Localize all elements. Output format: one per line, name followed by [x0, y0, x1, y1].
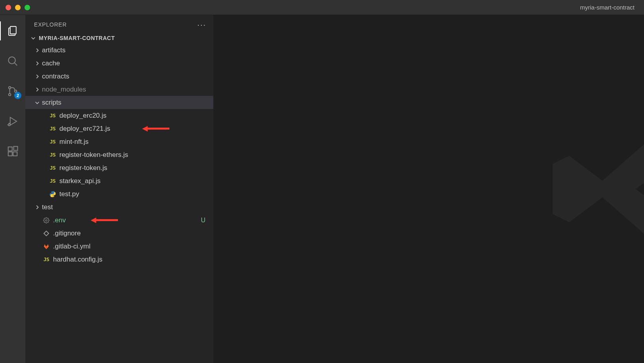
folder-node_modules[interactable]: node_modules [25, 83, 213, 96]
file-label: .gitlab-ci.yml [53, 243, 209, 250]
activity-run-debug[interactable] [0, 111, 25, 132]
scm-badge: 2 [14, 92, 21, 99]
svg-rect-11 [8, 147, 12, 151]
window-title: myria-smart-contract [580, 4, 635, 11]
chevron-right-icon [34, 73, 40, 80]
git-icon [42, 229, 51, 238]
file-label: starkex_api.js [59, 178, 209, 184]
js-file-icon: JS [48, 111, 57, 120]
js-file-icon: JS [48, 177, 57, 185]
extensions-icon [7, 145, 19, 157]
activity-search[interactable] [0, 51, 25, 71]
file-register-token-ethers.js[interactable]: JSregister-token-ethers.js [25, 148, 213, 161]
sidebar-header: Explorer ··· [25, 15, 213, 32]
file-label: hardhat.config.js [53, 256, 209, 263]
js-file-icon: JS [48, 124, 57, 133]
file-label: deploy_erc20.js [59, 112, 209, 119]
gitlab-icon [42, 242, 51, 251]
svg-rect-13 [13, 152, 17, 156]
file-register-token.js[interactable]: JSregister-token.js [25, 161, 213, 174]
file-test.py[interactable]: test.py [25, 187, 213, 201]
file-label: cache [42, 60, 209, 67]
minimize-window-button[interactable] [15, 5, 21, 10]
activity-extensions[interactable] [0, 141, 25, 162]
project-name: MYRIA-SMART-CONTRACT [39, 35, 115, 41]
file-label: test.py [59, 191, 209, 197]
file-deploy_erc20.js[interactable]: JSdeploy_erc20.js [25, 109, 213, 122]
file-label: mint-nft.js [59, 138, 209, 145]
chevron-down-icon [34, 99, 40, 106]
svg-point-7 [8, 124, 10, 126]
git-status-badge: U [201, 217, 209, 224]
folder-contracts[interactable]: contracts [25, 70, 213, 83]
file-deploy_erc721.js[interactable]: JSdeploy_erc721.js [25, 122, 213, 135]
file-label: artifacts [42, 47, 209, 53]
file-label: .gitignore [53, 230, 209, 237]
sidebar-title: Explorer [34, 21, 67, 28]
editor-area [213, 15, 644, 363]
python-file-icon [48, 190, 57, 199]
js-file-icon: JS [42, 255, 51, 264]
folder-test[interactable]: test [25, 201, 213, 214]
chevron-right-icon [34, 60, 40, 67]
project-header[interactable]: MYRIA-SMART-CONTRACT [25, 32, 213, 44]
title-bar: myria-smart-contract [0, 0, 644, 15]
svg-rect-12 [8, 152, 12, 156]
file-label: scripts [42, 99, 209, 106]
file-hardhat.config.js[interactable]: JShardhat.config.js [25, 253, 213, 266]
js-file-icon: JS [48, 151, 57, 159]
explorer-sidebar: Explorer ··· MYRIA-SMART-CONTRACT artifa… [25, 15, 213, 363]
file-label: test [42, 204, 209, 210]
chevron-down-icon [30, 35, 36, 41]
folder-scripts[interactable]: scripts [25, 96, 213, 109]
chevron-right-icon [34, 86, 40, 93]
file-label: deploy_erc721.js [59, 125, 209, 132]
file-label: register-token-ethers.js [59, 151, 209, 158]
svg-line-2 [14, 63, 17, 65]
file-.gitignore[interactable]: .gitignore [25, 227, 213, 240]
activity-source-control[interactable]: 2 [0, 81, 25, 101]
traffic-lights [0, 5, 30, 10]
gear-icon [42, 216, 51, 225]
svg-point-15 [46, 220, 47, 221]
folder-artifacts[interactable]: artifacts [25, 44, 213, 57]
js-file-icon: JS [48, 138, 57, 146]
file-.env[interactable]: .envU [25, 214, 213, 227]
activity-explorer[interactable] [0, 21, 25, 41]
svg-point-4 [9, 94, 11, 96]
file-label: contracts [42, 73, 209, 80]
js-file-icon: JS [48, 164, 57, 172]
svg-point-3 [9, 87, 11, 89]
file-starkex_api.js[interactable]: JSstarkex_api.js [25, 174, 213, 187]
svg-marker-6 [10, 117, 17, 125]
maximize-window-button[interactable] [25, 5, 30, 10]
file-label: node_modules [42, 86, 209, 93]
svg-rect-0 [10, 27, 16, 34]
run-debug-icon [7, 115, 19, 127]
chevron-right-icon [34, 47, 40, 53]
file-label: .env [53, 217, 201, 224]
activity-bar: 2 [0, 15, 25, 363]
svg-rect-14 [14, 147, 18, 151]
folder-cache[interactable]: cache [25, 57, 213, 70]
search-icon [7, 55, 19, 67]
close-window-button[interactable] [6, 5, 11, 10]
files-icon [7, 25, 19, 37]
file-.gitlab-ci.yml[interactable]: .gitlab-ci.yml [25, 240, 213, 253]
svg-point-1 [8, 57, 15, 64]
vscode-watermark-icon [544, 106, 644, 272]
file-mint-nft.js[interactable]: JSmint-nft.js [25, 135, 213, 148]
file-label: register-token.js [59, 164, 209, 171]
chevron-right-icon [34, 204, 40, 210]
file-tree: artifactscachecontractsnode_modulesscrip… [25, 44, 213, 266]
sidebar-actions-icon[interactable]: ··· [197, 21, 206, 29]
